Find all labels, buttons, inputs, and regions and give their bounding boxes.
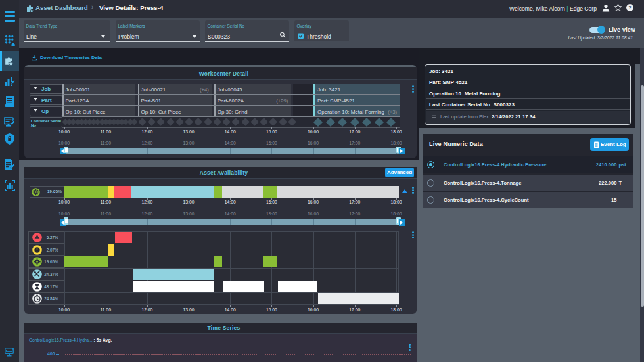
svg-text:?: ? [628, 5, 632, 11]
